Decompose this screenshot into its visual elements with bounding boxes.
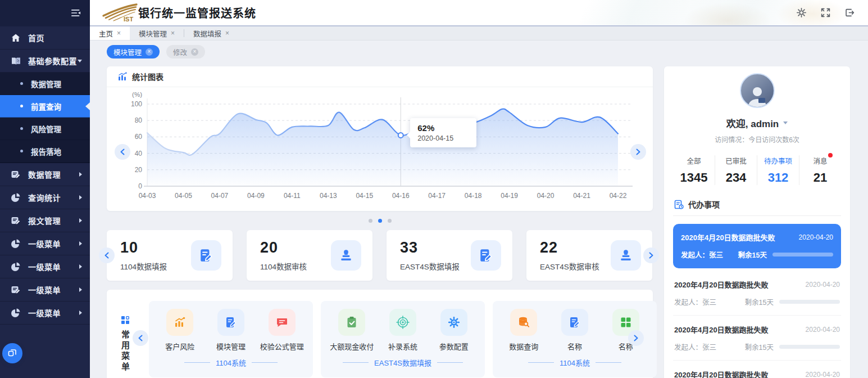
close-icon[interactable]: × [117,30,121,37]
menu-item-name-2[interactable]: 名称 [600,309,651,352]
stat-messages[interactable]: 消息 21 [799,155,841,185]
sidebar-subitem-label: 风险管理 [31,123,61,134]
tab-data-entry[interactable]: 数据填报 × [184,26,238,40]
chevron-right-icon [79,218,82,223]
chip-label: 修改 [173,47,187,57]
tab-bar: 主页 × 模块管理 × 数据填报 × [90,26,868,40]
close-circle-icon[interactable]: × [146,48,153,56]
chevron-left-icon [104,252,110,259]
chart-next-button[interactable] [630,144,646,160]
stats-next-button[interactable] [643,248,659,263]
chip-module-mgmt[interactable]: 模块管理 × [107,45,160,58]
stat-card-east4s-entry[interactable]: 33 EAST4S数据填报 [387,230,512,281]
sidebar-subitem-risk-mgmt[interactable]: 风险管理 [0,118,90,140]
chart-prev-button[interactable] [115,144,130,160]
menu-item-customer-risk[interactable]: 客户风险 [154,309,206,352]
sidebar-subitem-report-landing[interactable]: 报告落地 [0,140,90,163]
stat-all[interactable]: 全部 1345 [673,155,715,185]
tab-home[interactable]: 主页 × [90,26,130,40]
sidebar-subitem-label: 数据管理 [31,78,61,89]
menu-item-data-query[interactable]: 数据查询 [498,309,549,352]
menu-item-large-cash[interactable]: 大额现金收付 [326,309,378,352]
svg-text:100: 100 [131,100,142,108]
sidebar-item-home[interactable]: 首页 [0,26,90,50]
menu-item-supplement-system[interactable]: 补录系统 [378,309,429,352]
sidebar-item-query-stats[interactable]: 查询统计 [0,186,90,209]
sidebar-item-level1-menu-3[interactable]: 一级菜单 [0,278,90,302]
sidebar-item-level1-menu-2[interactable]: 一级菜单 [0,255,90,278]
todo-item[interactable]: 2020年4月20日数据跑批失败 2020-04-20 发起人：张三 剩余15天 [673,316,841,361]
menu-collapse-icon[interactable] [71,8,81,18]
avatar[interactable] [740,73,775,108]
chevron-right-icon [79,172,82,177]
sidebar-item-base-config[interactable]: 基础参数配置 [0,50,90,73]
todo-item[interactable]: 2020年4月20日数据跑批失败 2020-04-20 发起人：张三 剩余4天 [673,361,841,378]
grid-menu-icon [121,316,130,325]
stat-approved[interactable]: 已审批 234 [715,155,757,185]
todo-date: 2020-04-20 [806,326,840,334]
stat-label: 待办事项 [764,155,792,166]
user-welcome-row[interactable]: 欢迎, admin [673,116,841,130]
overlap-squares-icon [8,349,17,358]
stat-card-1104-entry[interactable]: 10 1104数据填报 [107,230,233,281]
main-area: IST 银行统一监管报送系统 主页 × 模 [90,0,868,378]
menu-group-label: 1104系统 [216,357,246,368]
sidebar-item-level1-menu-4[interactable]: 一级菜单 [0,302,90,325]
logout-icon[interactable] [845,8,855,17]
svg-text:04-09: 04-09 [247,192,265,200]
stat-value: 234 [715,170,757,185]
todo-item[interactable]: 2020年4月20日数据跑批失败 2020-04-20 发起人：张三 剩余15天 [673,271,841,316]
carousel-pagination [107,211,653,230]
sidebar-item-data-mgmt[interactable]: 数据管理 [0,163,90,186]
sidebar-submenu: 数据管理 前置查询 风险管理 报告落地 [0,73,90,163]
bullet-icon [20,127,23,130]
stat-card-1104-review[interactable]: 20 1104数据审核 [247,230,372,281]
sidebar-subitem-pre-query[interactable]: 前置查询 [0,95,90,118]
menu-item-label: 名称 [567,341,582,352]
menu-item-label: 参数配置 [439,341,469,352]
fullscreen-icon[interactable] [821,8,830,17]
stat-card-east4s-review[interactable]: 22 EAST4S数据审核 [526,230,652,281]
sidebar-subitem-data-mgmt[interactable]: 数据管理 [0,73,90,95]
svg-text:04-11: 04-11 [284,192,301,200]
sidebar-item-label: 基础参数配置 [28,55,78,66]
todo-title-text: 2020年4月20日数据跑批失败 [674,369,769,378]
menu-item-param-config[interactable]: 参数配置 [428,309,479,352]
config-book-icon [11,56,21,66]
close-icon[interactable]: × [225,30,229,37]
todo-remaining: 剩余15天 [745,341,774,352]
sidebar-item-message-mgmt[interactable]: 报文管理 [0,209,90,232]
todo-list-icon [674,200,684,209]
chip-edit[interactable]: 修改 × [166,45,205,58]
menu-next-button[interactable] [628,330,644,346]
layout-switch-button[interactable] [2,343,22,363]
pager-dot-active[interactable] [378,219,382,223]
menu-item-label: 校验公式管理 [260,341,304,352]
pager-dot[interactable] [388,219,392,223]
common-menu-title-box: 常用菜单 [119,301,131,378]
menu-item-module-mgmt[interactable]: 模块管理 [206,309,257,352]
menu-prev-button[interactable] [133,330,148,346]
menu-item-name-1[interactable]: 名称 [549,309,601,352]
menu-item-formula-check[interactable]: 校验公式管理 [256,309,307,352]
app-logo: IST [101,3,138,22]
welcome-text: 欢迎, admin [726,116,779,130]
settings-gear-icon[interactable] [797,8,806,17]
progress-bar [772,253,833,256]
stat-label: 1104数据填报 [120,260,167,272]
tab-module-mgmt[interactable]: 模块管理 × [130,26,184,40]
sidebar-item-label: 一级菜单 [28,307,79,318]
stat-pending[interactable]: 待办事项 312 [757,155,799,185]
svg-text:04-05: 04-05 [175,192,192,200]
line-area-chart[interactable]: 020406080100(%)04-0304-0504-0704-0904-11… [112,89,653,205]
stats-prev-button[interactable] [99,248,115,263]
close-circle-icon[interactable]: × [191,48,198,56]
pager-dot[interactable] [369,219,372,223]
close-icon[interactable]: × [171,30,175,37]
app-root: 首页 基础参数配置 数据管理 前置查询 风险管理 [0,0,868,378]
sidebar-item-level1-menu-1[interactable]: 一级菜单 [0,232,90,255]
chevron-left-icon [120,148,125,155]
chart-card-title: 统计图表 [132,71,163,82]
todo-title-text: 2020年4月20日数据跑批失败 [674,279,769,290]
todo-item[interactable]: 2020年4月20日数据跑批失败 2020-04-20 发起人：张三 剩余15天 [673,224,841,268]
